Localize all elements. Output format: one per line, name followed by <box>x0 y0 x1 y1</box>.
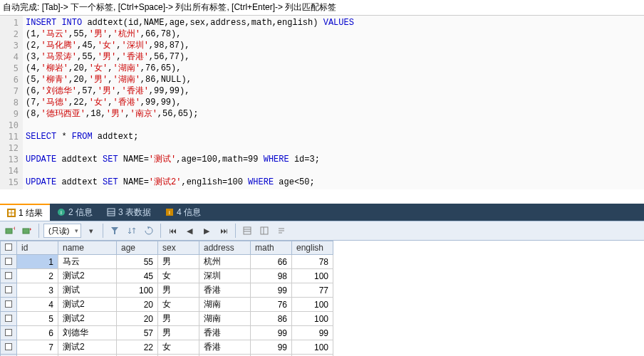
table-row[interactable]: 5测试220男湖南86100 <box>1 312 333 326</box>
cell-math[interactable]: 76 <box>251 298 292 312</box>
cell-english[interactable]: 100 <box>292 298 333 312</box>
cell-sex[interactable]: 女 <box>158 269 199 283</box>
code-line[interactable]: (1,'马云',55,'男','杭州',66,78), <box>26 28 641 40</box>
col-header-address[interactable]: address <box>199 241 251 255</box>
cell-age[interactable]: 45 <box>117 269 158 283</box>
cell-math[interactable]: 66 <box>251 255 292 269</box>
cell-address[interactable]: 湖南 <box>199 298 251 312</box>
cell-math[interactable]: 99 <box>251 326 292 340</box>
next-button[interactable]: ▶ <box>199 224 214 238</box>
cell-id[interactable]: 4 <box>17 298 58 312</box>
cell-english[interactable]: 78 <box>292 255 333 269</box>
cell-name[interactable]: 马云 <box>58 255 117 269</box>
row-checkbox[interactable] <box>1 269 17 283</box>
results-grid[interactable]: id name age sex address math english 1马云… <box>0 241 644 356</box>
cell-english[interactable]: 100 <box>292 340 333 355</box>
table-row[interactable]: 4测试220女湖南76100 <box>1 298 333 312</box>
tab-table-data[interactable]: 3 表数据 <box>100 204 158 221</box>
cell-sex[interactable]: 男 <box>158 283 199 298</box>
code-line[interactable]: (6,'刘德华',57,'男','香港',99,99), <box>26 85 641 97</box>
cell-sex[interactable]: 女 <box>158 298 199 312</box>
code-line[interactable]: (4,'柳岩',20,'女','湖南',76,65), <box>26 63 641 74</box>
cell-name[interactable]: 刘德华 <box>58 326 117 340</box>
cell-math[interactable]: 98 <box>251 269 292 283</box>
sort-button[interactable] <box>125 224 139 238</box>
cell-address[interactable]: 香港 <box>199 283 251 298</box>
tab-info-2[interactable]: i 4 信息 <box>158 204 208 221</box>
cell-math[interactable]: 99 <box>251 283 292 298</box>
cell-id[interactable]: 6 <box>17 326 58 340</box>
cell-age[interactable]: 20 <box>117 298 158 312</box>
cell-name[interactable]: 测试2 <box>58 340 117 355</box>
cell-english[interactable]: 100 <box>292 312 333 326</box>
code-line[interactable]: (2,'马化腾',45,'女','深圳',98,87), <box>26 40 641 51</box>
row-checkbox[interactable] <box>1 255 17 269</box>
first-button[interactable]: ⏮ <box>165 224 180 238</box>
col-header-name[interactable]: name <box>58 241 117 255</box>
table-row[interactable]: 6刘德华57男香港9999 <box>1 326 333 340</box>
form-view-button[interactable] <box>257 224 271 238</box>
row-checkbox[interactable] <box>1 312 17 326</box>
cell-id[interactable]: 1 <box>17 255 58 269</box>
cell-name[interactable]: 测试2 <box>58 269 117 283</box>
cell-sex[interactable]: 女 <box>158 340 199 355</box>
cell-address[interactable]: 香港 <box>199 326 251 340</box>
cell-name[interactable]: 测试2 <box>58 312 117 326</box>
refresh-button[interactable] <box>142 224 156 238</box>
row-checkbox[interactable] <box>1 298 17 312</box>
readonly-dropdown[interactable]: (只读) <box>43 224 81 238</box>
prev-button[interactable]: ◀ <box>182 224 197 238</box>
table-row[interactable]: 2测试245女深圳98100 <box>1 269 333 283</box>
add-row-button[interactable]: + <box>3 224 17 238</box>
row-checkbox[interactable] <box>1 326 17 340</box>
cell-name[interactable]: 测试 <box>58 283 117 298</box>
row-checkbox[interactable] <box>1 340 17 355</box>
cell-id[interactable]: 5 <box>17 312 58 326</box>
cell-address[interactable]: 深圳 <box>199 269 251 283</box>
cell-name[interactable]: 测试2 <box>58 298 117 312</box>
cell-age[interactable]: 20 <box>117 312 158 326</box>
cell-sex[interactable]: 男 <box>158 326 199 340</box>
code-line[interactable]: UPDATE addtext SET NAME='测试',age=100,mat… <box>26 154 641 165</box>
last-button[interactable]: ⏭ <box>217 224 231 238</box>
col-header-id[interactable]: id <box>17 241 58 255</box>
code-line[interactable]: SELECT * FROM addtext; <box>26 131 641 142</box>
code-line[interactable] <box>26 142 641 154</box>
filter-button[interactable] <box>108 224 122 238</box>
cell-address[interactable]: 湖南 <box>199 312 251 326</box>
cell-age[interactable]: 55 <box>117 255 158 269</box>
code-line[interactable] <box>26 165 641 177</box>
code-line[interactable] <box>26 120 641 131</box>
code-line[interactable]: UPDATE addtext SET NAME='测试2',english=10… <box>26 177 641 188</box>
cell-id[interactable]: 7 <box>17 340 58 355</box>
cell-sex[interactable]: 男 <box>158 255 199 269</box>
cell-age[interactable]: 22 <box>117 340 158 355</box>
code-line[interactable]: (5,'柳青',20,'男','湖南',86,NULL), <box>26 74 641 85</box>
cell-english[interactable]: 77 <box>292 283 333 298</box>
cell-id[interactable]: 2 <box>17 269 58 283</box>
cell-age[interactable]: 100 <box>117 283 158 298</box>
table-row[interactable]: 7测试222女香港99100 <box>1 340 333 355</box>
col-header-sex[interactable]: sex <box>158 241 199 255</box>
cell-age[interactable]: 57 <box>117 326 158 340</box>
cell-math[interactable]: 99 <box>251 340 292 355</box>
code-area[interactable]: INSERT INTO addtext(id,NAME,age,sex,addr… <box>23 16 644 189</box>
tab-results[interactable]: 1 结果 <box>0 204 50 221</box>
cell-english[interactable]: 99 <box>292 326 333 340</box>
code-line[interactable]: (7,'马德',22,'女','香港',99,99), <box>26 97 641 108</box>
export-button[interactable] <box>20 224 34 238</box>
sql-editor[interactable]: 123456789101112131415 INSERT INTO addtex… <box>0 16 644 189</box>
code-line[interactable]: (3,'马景涛',55,'男','香港',56,77), <box>26 51 641 63</box>
table-row[interactable]: 1马云55男杭州6678 <box>1 255 333 269</box>
cell-english[interactable]: 100 <box>292 269 333 283</box>
grid-view-button[interactable] <box>240 224 254 238</box>
code-line[interactable]: (8,'德玛西亚',18,'男','南京',56,65); <box>26 108 641 120</box>
col-header-english[interactable]: english <box>292 241 333 255</box>
cell-id[interactable]: 3 <box>17 283 58 298</box>
col-header-math[interactable]: math <box>251 241 292 255</box>
tab-info-1[interactable]: i 2 信息 <box>50 204 100 221</box>
row-checkbox[interactable] <box>1 283 17 298</box>
table-row[interactable]: 3测试100男香港9977 <box>1 283 333 298</box>
cell-address[interactable]: 香港 <box>199 340 251 355</box>
text-view-button[interactable] <box>274 224 289 238</box>
